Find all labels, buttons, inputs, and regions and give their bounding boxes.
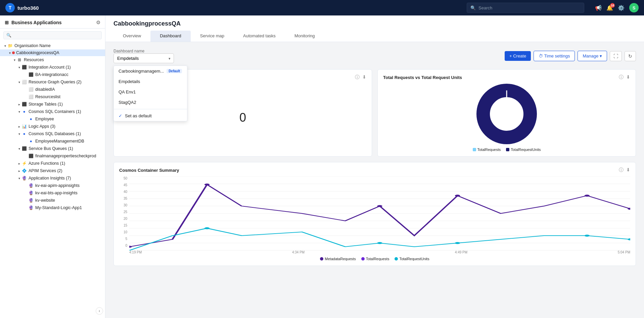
sidebar-item-service-bus[interactable]: ▾ ⬛ Service Bus Queues (1)	[0, 145, 105, 152]
sidebar-search[interactable]: 🔍	[3, 31, 102, 39]
dropdown-item-set-default[interactable]: ✓ Set as default	[114, 111, 187, 121]
sidebar-header: ⊞ Business Applications ⚙	[0, 15, 105, 29]
sidebar-item-azure-functions[interactable]: ▸ ⚡ Azure Functions (1)	[0, 160, 105, 167]
topnav-icons: 📢 🔔 18 ⚙️ S	[595, 3, 639, 12]
manage-button[interactable]: Manage ▾	[578, 51, 607, 61]
manage-label: Manage ▾	[583, 53, 602, 58]
sidebar-item-resource-graph[interactable]: ▾ ⬜ Resource Graph Queries (2)	[0, 78, 105, 86]
tab-service-map[interactable]: Service map	[191, 31, 234, 42]
sidebar-item-cosmos-containers[interactable]: ▾ ● Cosmos SQL Containers (1)	[0, 108, 105, 115]
tab-monitoring[interactable]: Monitoring	[285, 31, 324, 42]
refresh-icon: ↻	[628, 53, 632, 59]
notification-button[interactable]: 🔔 18	[606, 5, 613, 11]
sidebar-item-kv-eai-bts[interactable]: 🔮 kv-eai-bts-app-insights	[0, 189, 105, 197]
search-input[interactable]	[478, 5, 581, 10]
legend-dot-cosmos-tr	[361, 257, 365, 261]
donut-icons: ⓘ ⬇	[619, 74, 630, 80]
expand-button[interactable]: ⛶	[610, 51, 622, 61]
sidebar-item-integration-account[interactable]: ▾ ⬛ Integration Account (1)	[0, 64, 105, 71]
expand-icon: ⛶	[613, 53, 618, 59]
tab-automated-tasks[interactable]: Automated tasks	[234, 31, 285, 42]
settings-button[interactable]: ⚙️	[618, 5, 625, 11]
kv-eai-apim-label: kv-eai-apim-appinsights	[35, 183, 80, 188]
sidebar-item-app-insights[interactable]: ▾ 🔮 Application Insights (7)	[0, 174, 105, 182]
sidebar-item-finalmanage[interactable]: ⬛ finalmanagepropertiescheckprod	[0, 152, 105, 160]
sidebar-item-cabbooking[interactable]: ▾ CabbookingprocessQA	[0, 49, 105, 56]
employeedb-label: EmployeeManagementDB	[35, 139, 84, 144]
sidebar-title: ⊞ Business Applications	[5, 20, 62, 25]
sidebar-item-employee[interactable]: ● Employee	[0, 115, 105, 123]
tab-overview[interactable]: Overview	[113, 31, 150, 42]
dropdown-item-empdetails[interactable]: Empdetails	[114, 76, 187, 87]
service-bus-label: Service Bus Queues (1)	[29, 146, 73, 151]
download-icon-cosmos[interactable]: ⬇	[626, 167, 630, 173]
donut-legend: TotalRequests TotalRequestUnits	[473, 148, 541, 152]
rg-label: Resource Graph Queries (2)	[29, 80, 82, 84]
refresh-button[interactable]: ↻	[625, 51, 636, 61]
sidebar-item-my-standard[interactable]: 🔮 My-Standard-Logic-App1	[0, 204, 105, 211]
kv1-icon: 🔮	[28, 183, 34, 188]
storage-tables-label: Storage Tables (1)	[29, 102, 63, 107]
time-settings-button[interactable]: ⏱ Time settings	[534, 51, 575, 61]
sidebar-item-resourceslist[interactable]: ⬜ Resourceslist	[0, 93, 105, 101]
create-button-label: + Create	[509, 53, 526, 58]
sidebar-item-ba-integration[interactable]: ⬛ BA-integrationacc	[0, 71, 105, 78]
search-bar[interactable]: 🔍	[467, 3, 584, 13]
legend-label-cosmos-tru: TotalRequestUnits	[399, 257, 429, 261]
gear-icon: ⚙️	[618, 5, 625, 11]
cosmos-x-labels: 4:19 PM 4:34 PM 4:49 PM 5:04 PM	[129, 250, 630, 254]
sidebar-item-org[interactable]: ▾ 📁 Organisation Name	[0, 42, 105, 49]
legend-total-requests: TotalRequests	[473, 148, 501, 152]
cosmos-chart-body: 50 45 40 35 30 25 20 15 10 5 0	[119, 176, 630, 261]
sidebar-item-cosmos-databases[interactable]: ▾ ● Cosmos SQL Databases (1)	[0, 130, 105, 137]
sidebar-collapse-button[interactable]: ‹	[96, 307, 103, 315]
cosmos-chart-area: 4:19 PM 4:34 PM 4:49 PM 5:04 PM	[129, 176, 630, 254]
st-icon: ⬛	[21, 102, 27, 107]
svg-point-24	[628, 238, 630, 240]
sidebar-item-logic-apps[interactable]: ▸ 📊 Logic Apps (3)	[0, 123, 105, 130]
donut-chart-card: Total Requests vs Total Request Units ⓘ …	[377, 69, 636, 157]
svg-point-18	[585, 195, 590, 197]
legend-metadata: MetadataRequests	[320, 257, 356, 261]
create-button[interactable]: + Create	[505, 51, 531, 61]
toolbar-right: + Create ⏱ Time settings Manage ▾ ⛶ ↻	[505, 51, 636, 61]
sidebar-item-resources[interactable]: ▾ ⊞ Resources	[0, 56, 105, 64]
rg-icon: ⬜	[21, 79, 27, 85]
sidebar-gear-icon[interactable]: ⚙	[96, 19, 100, 26]
dropdown-item-carbooking[interactable]: Carbookingmanagem... Default	[114, 66, 187, 76]
info-icon-donut[interactable]: ⓘ	[619, 74, 624, 80]
announcement-button[interactable]: 📢	[595, 5, 602, 11]
tab-dashboard[interactable]: Dashboard	[150, 31, 191, 42]
default-badge: Default	[167, 69, 182, 73]
sidebar-search-input[interactable]	[13, 33, 99, 38]
chevron-icon-rg: ▾	[17, 80, 21, 84]
download-icon-donut[interactable]: ⬇	[626, 74, 630, 80]
rl-icon: ⬜	[28, 94, 34, 100]
legend-dot-tru	[506, 148, 509, 151]
set-as-default-label: Set as default	[125, 113, 152, 118]
fm-icon: ⬛	[28, 153, 34, 159]
sidebar-item-apim[interactable]: ▸ 💠 APIM Services (2)	[0, 167, 105, 174]
sidebar-item-kv-website[interactable]: 🔮 kv-website	[0, 197, 105, 204]
download-icon[interactable]: ⬇	[362, 74, 366, 80]
sidebar-item-employeedb[interactable]: ● EmployeeManagementDB	[0, 137, 105, 145]
ba-icon: ⬛	[28, 72, 34, 77]
tab-bar: Overview Dashboard Service map Automated…	[113, 31, 636, 42]
chevron-down-icon-res: ▾	[12, 58, 17, 62]
dashboard-select[interactable]: Empdetails Carbookingmanagem... QA Env1 …	[113, 53, 174, 63]
info-icon[interactable]: ⓘ	[355, 74, 360, 80]
dropdown-item-stagqa2[interactable]: StagQA2	[114, 97, 187, 108]
donut-header: Total Requests vs Total Request Units ⓘ …	[383, 74, 630, 80]
svg-point-16	[377, 205, 382, 207]
svg-point-23	[585, 235, 590, 237]
cosmos-chart-inner: 50 45 40 35 30 25 20 15 10 5 0	[119, 176, 630, 254]
info-icon-cosmos[interactable]: ⓘ	[619, 167, 624, 173]
cosmos-line-cyan	[129, 228, 630, 250]
dropdown-label-stagqa2: StagQA2	[119, 100, 136, 105]
sidebar-item-kv-eai-apim[interactable]: 🔮 kv-eai-apim-appinsights	[0, 182, 105, 189]
la-icon: 📊	[21, 124, 27, 129]
sidebar-item-disabledIA[interactable]: ⬜ disabledIA	[0, 86, 105, 93]
avatar[interactable]: S	[629, 3, 639, 12]
sidebar-item-storage-tables[interactable]: ▸ ⬛ Storage Tables (1)	[0, 101, 105, 108]
dropdown-item-qaenv1[interactable]: QA Env1	[114, 87, 187, 97]
